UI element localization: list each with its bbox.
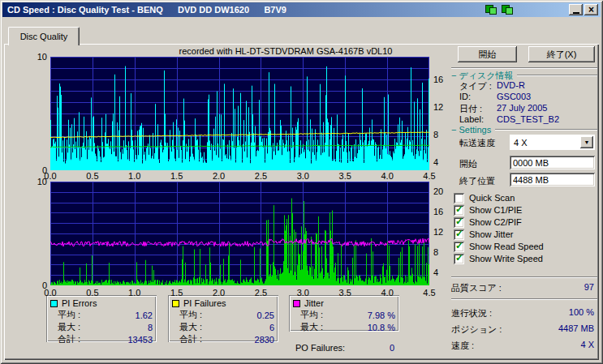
dropdown-arrow-icon[interactable]: ▼ <box>580 136 593 148</box>
axis-tick-label: 3.0 <box>292 288 313 298</box>
stat-label: 合計 : <box>179 333 202 345</box>
axis-tick-label: 4.5 <box>419 288 440 298</box>
po-failures-row: PO Failures: 0 <box>289 343 399 353</box>
collapse-icon: − <box>451 125 456 135</box>
disc-id-value: GSC003 <box>497 92 531 101</box>
axis-tick-label: 0.5 <box>82 171 103 181</box>
checkbox-show-c2-pif[interactable]: ✓ Show C2/PIF <box>454 216 522 228</box>
separator <box>451 276 597 278</box>
axis-tick-label: 4.0 <box>377 288 398 298</box>
axis-tick-label: 10 <box>28 52 47 62</box>
start-position-label: 開始 <box>459 158 477 170</box>
checkbox-show-read-speed[interactable]: ✓ Show Read Speed <box>454 241 544 252</box>
speed-row: 速度 : 4 X <box>451 340 596 350</box>
checkbox-box[interactable]: ✓ <box>454 254 464 264</box>
disc-date-value: 27 July 2005 <box>497 103 547 113</box>
app-window: CD Speed : Disc Quality Test - BENQ DVD … <box>0 0 603 364</box>
disc-label-label: Label: <box>459 114 484 124</box>
axis-tick-label: 3.0 <box>292 171 313 181</box>
axis-tick-label: 0 <box>28 280 47 290</box>
check-icon: ✓ <box>455 240 463 251</box>
stat-value: 1.62 <box>136 310 153 320</box>
check-icon: ✓ <box>455 228 463 239</box>
progress-value: 100 % <box>569 307 594 317</box>
end-position-input[interactable] <box>510 173 595 186</box>
stats-title: PI Failures <box>183 298 226 308</box>
stat-label: 合計 : <box>58 333 80 345</box>
check-icon: ✓ <box>455 216 463 227</box>
axis-tick-label: 4.5 <box>419 171 440 181</box>
checkbox-label: Show Write Speed <box>469 254 543 263</box>
axis-tick-label: 4 <box>433 157 451 167</box>
axis-tick-label: 1.0 <box>124 288 145 298</box>
stat-label: 最大 : <box>300 321 323 333</box>
axis-tick-label: 4.0 <box>377 171 398 181</box>
quality-score-row: 品質スコア : 97 <box>451 282 596 293</box>
stats-title: PI Errors <box>62 298 97 308</box>
axis-tick-label: 1.0 <box>124 171 145 181</box>
checkbox-quick-scan[interactable]: ✓ Quick Scan <box>454 192 515 203</box>
chart-annotation: recorded with HL-DT-STDVDRAM GSA-4167B v… <box>91 46 480 56</box>
separator <box>451 298 597 300</box>
stat-value: 13453 <box>127 335 153 345</box>
tab-disc-quality[interactable]: Disc Quality <box>8 27 80 45</box>
position-row: ポジション : 4487 MB <box>451 323 596 334</box>
speed-select[interactable]: 4 X ▼ <box>510 135 595 150</box>
axis-tick-label: 4 <box>433 268 451 277</box>
close-button[interactable]: × <box>584 4 598 15</box>
check-icon: ✓ <box>455 203 463 215</box>
quality-score-label: 品質スコア : <box>451 282 502 294</box>
checkbox-show-write-speed[interactable]: ✓ Show Write Speed <box>454 253 543 264</box>
disc-type-label: タイプ : <box>459 80 492 92</box>
jitter-stats-box: Jitter 平均 :7.98 % 最大 :10.8 % <box>289 295 399 332</box>
start-position-input[interactable] <box>510 156 595 169</box>
stat-value: 6 <box>269 323 274 332</box>
start-button[interactable]: 開始 <box>458 46 517 62</box>
axis-tick-label: 3.5 <box>334 288 355 298</box>
checkbox-box[interactable]: ✓ <box>454 205 464 216</box>
copy-graph-icon[interactable] <box>485 4 497 15</box>
save-graph-icon[interactable] <box>501 4 514 15</box>
checkbox-show-c1-pie[interactable]: ✓ Show C1/PIE <box>454 204 522 216</box>
progress-label: 進行状況 : <box>451 307 492 319</box>
stat-label: 平均 : <box>179 309 202 321</box>
speed-select-label: 転送速度 <box>459 137 495 149</box>
checkbox-show-jitter[interactable]: ✓ Show Jitter <box>454 229 513 240</box>
axis-tick-label: 16 <box>433 207 451 216</box>
checkbox-box[interactable]: ✓ <box>454 193 464 203</box>
stat-label: 平均 : <box>58 309 80 321</box>
settings-header: − Settings <box>451 125 597 135</box>
close-icon: × <box>588 5 594 15</box>
tab-label: Disc Quality <box>20 32 68 41</box>
axis-tick-label: 12 <box>433 227 451 237</box>
titlebar[interactable]: CD Speed : Disc Quality Test - BENQ DVD … <box>2 2 601 17</box>
collapse-icon: − <box>451 71 456 80</box>
axis-tick-label: 2.0 <box>209 171 230 181</box>
pi-errors-stats-box: PI Errors 平均 :1.62 最大 :8 合計 :13453 <box>46 295 157 342</box>
jitter-swatch-icon <box>293 300 300 307</box>
axis-tick-label: 0.5 <box>82 288 103 298</box>
exit-button[interactable]: 終了(X) <box>528 46 595 62</box>
window-title: CD Speed : Disc Quality Test - BENQ DVD … <box>2 5 286 15</box>
pi-errors-legend: PI Errors <box>50 298 153 309</box>
position-value: 4487 MB <box>558 323 594 333</box>
po-failures-value: 0 <box>390 343 394 353</box>
header-rule <box>495 129 597 131</box>
checkbox-box[interactable]: ✓ <box>454 217 464 228</box>
axis-tick-label: 1.5 <box>166 171 187 181</box>
stat-value: 0.25 <box>257 310 274 320</box>
disc-date-label: 日付 : <box>459 103 482 115</box>
axis-tick-label: 12 <box>433 102 451 112</box>
axis-tick-label: 0 <box>28 165 47 175</box>
po-failures-label: PO Failures: <box>295 343 345 353</box>
end-position-label: 終了位置 <box>459 175 495 187</box>
stat-label: 平均 : <box>300 309 323 321</box>
axis-tick-label: 2.5 <box>250 288 271 298</box>
checkbox-box[interactable]: ✓ <box>454 242 464 252</box>
header-rule <box>517 75 597 76</box>
pi-failures-legend: PI Failures <box>172 298 274 309</box>
axis-tick-label: 1.5 <box>166 288 187 298</box>
checkbox-box[interactable]: ✓ <box>454 229 464 240</box>
minimize-button[interactable] <box>569 4 583 15</box>
quality-score-value: 97 <box>584 282 594 292</box>
